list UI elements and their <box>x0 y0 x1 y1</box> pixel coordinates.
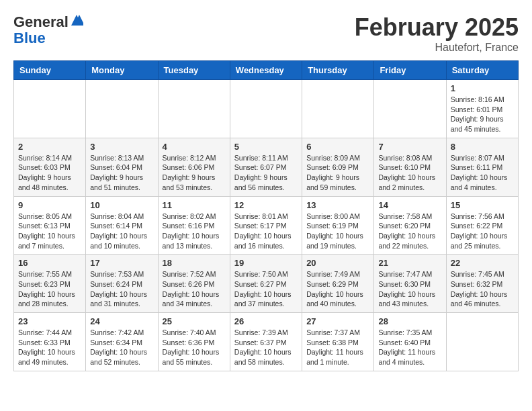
calendar-day-header: Wednesday <box>230 61 302 80</box>
day-info: Sunrise: 7:56 AM Sunset: 6:22 PM Dayligh… <box>451 212 514 251</box>
day-number: 14 <box>378 200 441 210</box>
calendar-cell: 6Sunrise: 8:09 AM Sunset: 6:09 PM Daylig… <box>302 138 374 196</box>
calendar-cell: 11Sunrise: 8:02 AM Sunset: 6:16 PM Dayli… <box>158 196 230 255</box>
calendar-week-row: 1Sunrise: 8:16 AM Sunset: 6:01 PM Daylig… <box>14 80 519 138</box>
day-info: Sunrise: 7:55 AM Sunset: 6:23 PM Dayligh… <box>18 269 81 309</box>
day-info: Sunrise: 7:44 AM Sunset: 6:33 PM Dayligh… <box>18 328 81 367</box>
calendar-cell <box>86 80 158 138</box>
calendar-cell: 3Sunrise: 8:13 AM Sunset: 6:04 PM Daylig… <box>86 138 158 196</box>
calendar-cell: 18Sunrise: 7:52 AM Sunset: 6:26 PM Dayli… <box>158 255 230 313</box>
day-info: Sunrise: 8:02 AM Sunset: 6:16 PM Dayligh… <box>163 212 226 251</box>
calendar-cell: 21Sunrise: 7:47 AM Sunset: 6:30 PM Dayli… <box>374 255 446 313</box>
month-title: February 2025 <box>355 13 519 42</box>
logo-icon <box>70 13 83 27</box>
day-info: Sunrise: 7:35 AM Sunset: 6:40 PM Dayligh… <box>378 328 441 367</box>
calendar-cell: 12Sunrise: 8:01 AM Sunset: 6:17 PM Dayli… <box>230 196 302 255</box>
calendar-table: SundayMondayTuesdayWednesdayThursdayFrid… <box>13 60 519 371</box>
day-number: 6 <box>306 142 369 152</box>
day-info: Sunrise: 8:13 AM Sunset: 6:04 PM Dayligh… <box>90 153 153 193</box>
day-info: Sunrise: 7:49 AM Sunset: 6:29 PM Dayligh… <box>306 269 369 309</box>
day-info: Sunrise: 7:42 AM Sunset: 6:34 PM Dayligh… <box>90 328 153 367</box>
day-number: 24 <box>90 316 153 326</box>
day-number: 16 <box>18 258 81 268</box>
calendar-cell: 23Sunrise: 7:44 AM Sunset: 6:33 PM Dayli… <box>14 313 86 371</box>
day-number: 15 <box>451 200 514 210</box>
day-number: 10 <box>90 200 153 210</box>
calendar-cell: 14Sunrise: 7:58 AM Sunset: 6:20 PM Dayli… <box>374 196 446 255</box>
calendar-cell: 16Sunrise: 7:55 AM Sunset: 6:23 PM Dayli… <box>14 255 86 313</box>
day-info: Sunrise: 8:04 AM Sunset: 6:14 PM Dayligh… <box>90 212 153 251</box>
day-number: 2 <box>18 142 81 152</box>
calendar-cell: 19Sunrise: 7:50 AM Sunset: 6:27 PM Dayli… <box>230 255 302 313</box>
calendar-cell <box>14 80 86 138</box>
day-number: 7 <box>378 142 441 152</box>
day-info: Sunrise: 7:37 AM Sunset: 6:38 PM Dayligh… <box>306 328 369 367</box>
calendar-cell: 7Sunrise: 8:08 AM Sunset: 6:10 PM Daylig… <box>374 138 446 196</box>
day-number: 28 <box>378 316 441 326</box>
day-info: Sunrise: 8:01 AM Sunset: 6:17 PM Dayligh… <box>234 212 298 251</box>
calendar-cell <box>158 80 230 138</box>
calendar-cell <box>374 80 446 138</box>
day-number: 19 <box>234 258 298 268</box>
calendar-cell: 8Sunrise: 8:07 AM Sunset: 6:11 PM Daylig… <box>446 138 518 196</box>
day-info: Sunrise: 8:05 AM Sunset: 6:13 PM Dayligh… <box>18 212 81 251</box>
calendar-cell: 22Sunrise: 7:45 AM Sunset: 6:32 PM Dayli… <box>446 255 518 313</box>
day-number: 25 <box>163 316 226 326</box>
day-number: 26 <box>234 316 298 326</box>
day-info: Sunrise: 8:12 AM Sunset: 6:06 PM Dayligh… <box>163 153 226 193</box>
calendar-cell: 27Sunrise: 7:37 AM Sunset: 6:38 PM Dayli… <box>302 313 374 371</box>
day-number: 8 <box>451 142 514 152</box>
calendar-header-row: SundayMondayTuesdayWednesdayThursdayFrid… <box>14 61 519 80</box>
day-number: 13 <box>306 200 369 210</box>
day-number: 4 <box>163 142 226 152</box>
calendar-cell: 24Sunrise: 7:42 AM Sunset: 6:34 PM Dayli… <box>86 313 158 371</box>
calendar-cell <box>302 80 374 138</box>
day-info: Sunrise: 7:40 AM Sunset: 6:36 PM Dayligh… <box>163 328 226 367</box>
day-number: 5 <box>234 142 298 152</box>
day-info: Sunrise: 7:53 AM Sunset: 6:24 PM Dayligh… <box>90 269 153 309</box>
calendar-cell: 2Sunrise: 8:14 AM Sunset: 6:03 PM Daylig… <box>14 138 86 196</box>
location: Hautefort, France <box>355 42 519 54</box>
day-number: 22 <box>451 258 514 268</box>
calendar-cell: 20Sunrise: 7:49 AM Sunset: 6:29 PM Dayli… <box>302 255 374 313</box>
calendar-cell: 4Sunrise: 8:12 AM Sunset: 6:06 PM Daylig… <box>158 138 230 196</box>
calendar-cell: 28Sunrise: 7:35 AM Sunset: 6:40 PM Dayli… <box>374 313 446 371</box>
calendar-day-header: Tuesday <box>158 61 230 80</box>
day-info: Sunrise: 8:16 AM Sunset: 6:01 PM Dayligh… <box>451 95 514 134</box>
calendar-cell: 25Sunrise: 7:40 AM Sunset: 6:36 PM Dayli… <box>158 313 230 371</box>
day-info: Sunrise: 8:00 AM Sunset: 6:19 PM Dayligh… <box>306 212 369 251</box>
calendar-day-header: Friday <box>374 61 446 80</box>
day-number: 11 <box>163 200 226 210</box>
calendar-day-header: Monday <box>86 61 158 80</box>
day-info: Sunrise: 7:52 AM Sunset: 6:26 PM Dayligh… <box>163 269 226 309</box>
calendar-week-row: 23Sunrise: 7:44 AM Sunset: 6:33 PM Dayli… <box>14 313 519 371</box>
day-number: 1 <box>451 83 514 93</box>
day-info: Sunrise: 8:08 AM Sunset: 6:10 PM Dayligh… <box>378 153 441 193</box>
calendar-week-row: 16Sunrise: 7:55 AM Sunset: 6:23 PM Dayli… <box>14 255 519 313</box>
day-info: Sunrise: 8:09 AM Sunset: 6:09 PM Dayligh… <box>306 153 369 193</box>
day-number: 21 <box>378 258 441 268</box>
calendar-cell: 15Sunrise: 7:56 AM Sunset: 6:22 PM Dayli… <box>446 196 518 255</box>
calendar-cell: 13Sunrise: 8:00 AM Sunset: 6:19 PM Dayli… <box>302 196 374 255</box>
calendar-cell: 17Sunrise: 7:53 AM Sunset: 6:24 PM Dayli… <box>86 255 158 313</box>
day-number: 9 <box>18 200 81 210</box>
calendar-day-header: Thursday <box>302 61 374 80</box>
calendar-week-row: 9Sunrise: 8:05 AM Sunset: 6:13 PM Daylig… <box>14 196 519 255</box>
calendar-cell: 10Sunrise: 8:04 AM Sunset: 6:14 PM Dayli… <box>86 196 158 255</box>
day-number: 23 <box>18 316 81 326</box>
logo: General Blue <box>13 13 83 46</box>
day-info: Sunrise: 7:45 AM Sunset: 6:32 PM Dayligh… <box>451 269 514 309</box>
day-number: 3 <box>90 142 153 152</box>
calendar-cell <box>446 313 518 371</box>
calendar-week-row: 2Sunrise: 8:14 AM Sunset: 6:03 PM Daylig… <box>14 138 519 196</box>
logo-general-text: General <box>13 13 69 30</box>
page-header: General Blue February 2025 Hautefort, Fr… <box>13 13 519 54</box>
day-number: 18 <box>163 258 226 268</box>
day-info: Sunrise: 8:14 AM Sunset: 6:03 PM Dayligh… <box>18 153 81 193</box>
day-info: Sunrise: 7:47 AM Sunset: 6:30 PM Dayligh… <box>378 269 441 309</box>
day-info: Sunrise: 7:39 AM Sunset: 6:37 PM Dayligh… <box>234 328 298 367</box>
day-number: 17 <box>90 258 153 268</box>
calendar-cell: 26Sunrise: 7:39 AM Sunset: 6:37 PM Dayli… <box>230 313 302 371</box>
calendar-day-header: Saturday <box>446 61 518 80</box>
day-number: 27 <box>306 316 369 326</box>
